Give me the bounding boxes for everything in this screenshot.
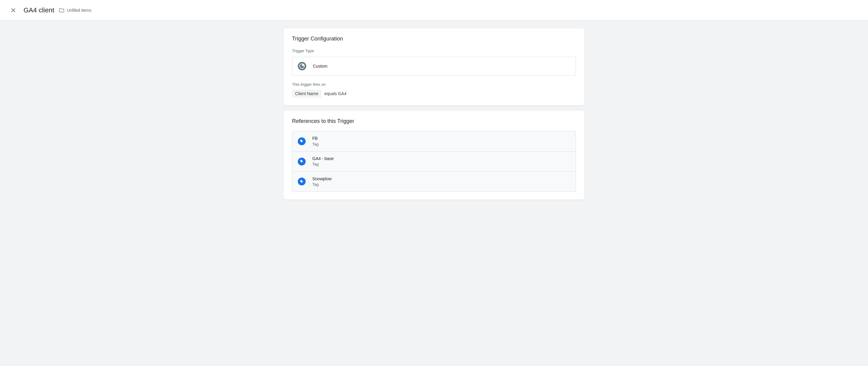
reference-name: FB [312,135,319,142]
condition-variable-chip: Client Name [292,90,321,97]
trigger-type-selector[interactable]: Custom [292,57,576,75]
tag-icon [298,158,306,165]
close-icon [10,7,17,13]
reference-row[interactable]: FB Tag [292,131,576,152]
fires-on-label: This trigger fires on [292,82,576,87]
condition-operator-value: equals GA4 [324,91,346,96]
tag-icon [298,178,306,185]
close-button[interactable] [7,4,19,16]
reference-row[interactable]: Snowplow Tag [292,172,576,192]
trigger-type-label: Trigger Type [292,49,576,53]
folder-label[interactable]: Unfiled items [67,8,92,13]
references-card: References to this Trigger FB Tag GA4 - … [284,111,584,200]
reference-type: Tag [312,161,334,167]
page-header: GA4 client Unfiled items [0,0,868,21]
references-list: FB Tag GA4 - base Tag Snowplow [292,131,576,192]
reference-type: Tag [312,142,319,147]
trigger-config-title: Trigger Configuration [292,36,576,42]
reference-row[interactable]: GA4 - base Tag [292,152,576,172]
reference-name: GA4 - base [312,156,334,162]
reference-name: Snowplow [312,176,332,182]
condition-row: Client Name equals GA4 [292,90,576,97]
tag-icon [298,138,306,145]
reference-type: Tag [312,182,332,187]
trigger-type-name: Custom [313,64,328,68]
trigger-config-card: Trigger Configuration Trigger Type Custo… [284,28,584,105]
folder-icon [59,7,65,13]
custom-trigger-icon [298,62,306,70]
references-title: References to this Trigger [292,118,576,124]
content-area: Trigger Configuration Trigger Type Custo… [0,21,868,366]
page-title: GA4 client [24,6,54,14]
